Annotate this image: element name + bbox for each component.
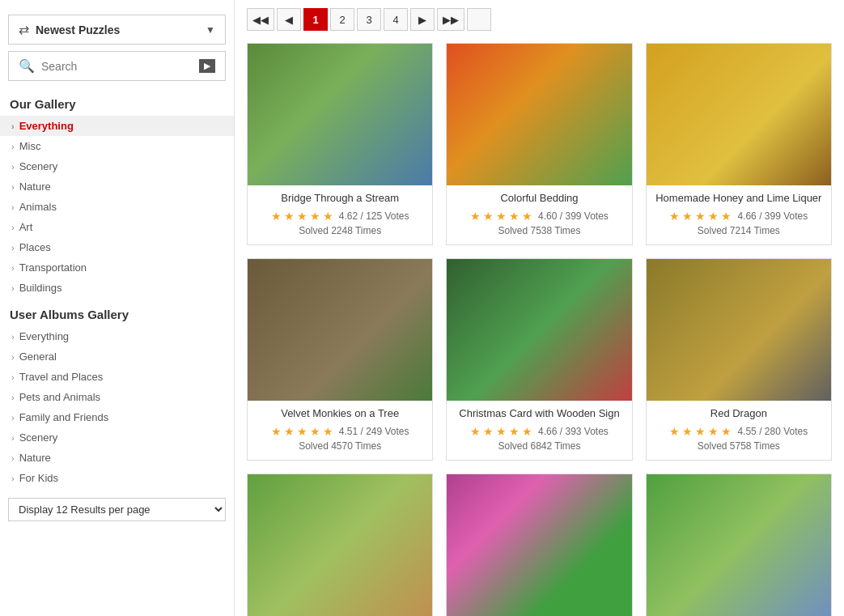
pagination-page-btn[interactable]: 3 [357,8,381,31]
puzzle-title[interactable]: Red Dragon [651,407,826,421]
puzzle-title[interactable]: Velvet Monkies on a Tree [252,407,427,421]
star-full-icon: ★ [271,425,282,438]
star-half-icon: ★ [323,425,333,438]
sidebar: ⇄ Newest Puzzles ▼ 🔍 ▶ Our Gallery ›Ever… [0,0,235,616]
puzzle-title[interactable]: Colorful Bedding [452,192,626,206]
puzzle-solved-count: Solved 5758 Times [647,440,831,452]
star-full-icon: ★ [297,425,307,438]
sort-icon: ⇄ [19,22,29,37]
puzzle-image[interactable] [447,474,631,616]
star-full-icon: ★ [470,210,481,223]
puzzle-title[interactable]: Bridge Through a Stream [252,192,427,206]
star-half-icon: ★ [522,210,532,223]
rating-text: 4.51 / 249 Votes [339,426,409,437]
pagination-page-btn[interactable]: 1 [303,8,328,31]
pagination: ◀◀◀1234▶▶▶ [243,0,836,39]
sidebar-item-buildings[interactable]: ›Buildings [0,278,234,298]
main-content: ◀◀◀1234▶▶▶ Bridge Through a Stream★★★★★4… [235,0,844,616]
puzzle-image[interactable] [647,44,831,185]
puzzle-card: Homemade Honey and Lime Liquer★★★★★4.66 … [646,43,832,245]
nav-arrow-icon: › [11,393,15,402]
nav-arrow-icon: › [11,283,15,293]
user-gallery-nav: ›Everything›General›Travel and Places›Pe… [0,326,234,488]
puzzle-card: Swedish Garden [646,474,832,616]
display-select[interactable]: Display 12 Results per pageDisplay 24 Re… [8,498,226,521]
nav-item-label: Scenery [19,431,58,444]
user-sidebar-item-travel-and-places[interactable]: ›Travel and Places [0,367,234,387]
puzzle-image[interactable] [647,474,831,616]
search-go-button[interactable]: ▶ [199,59,215,73]
star-half-icon: ★ [522,425,532,438]
sidebar-item-animals[interactable]: ›Animals [0,197,234,217]
star-full-icon: ★ [470,425,481,438]
puzzle-image[interactable] [248,474,432,616]
user-sidebar-item-scenery[interactable]: ›Scenery [0,427,234,448]
search-input[interactable] [41,60,199,73]
user-sidebar-item-family-and-friends[interactable]: ›Family and Friends [0,407,234,427]
puzzle-rating: ★★★★★4.55 / 280 Votes [647,425,831,438]
puzzle-grid: Bridge Through a Stream★★★★★4.62 / 125 V… [243,39,836,616]
star-full-icon: ★ [708,210,719,223]
nav-item-label: Places [19,241,51,253]
puzzle-image[interactable] [447,44,631,185]
puzzle-image[interactable] [447,259,631,401]
pagination-nav-btn[interactable]: ▶ [410,8,435,31]
star-full-icon: ★ [682,425,693,438]
pagination-nav-btn[interactable]: ▶▶ [437,8,464,31]
puzzle-solved-count: Solved 4570 Times [248,440,432,452]
puzzle-rating: ★★★★★4.62 / 125 Votes [248,210,432,223]
search-box: 🔍 ▶ [8,51,226,81]
user-sidebar-item-everything[interactable]: ›Everything [0,326,234,346]
nav-arrow-icon: › [11,352,15,362]
user-sidebar-item-for-kids[interactable]: ›For Kids [0,468,234,488]
star-half-icon: ★ [721,210,732,223]
puzzle-solved-count: Solved 7538 Times [447,225,631,236]
nav-item-label: Family and Friends [19,411,109,423]
nav-item-label: Everything [19,120,74,132]
puzzle-image[interactable] [248,259,432,401]
nav-arrow-icon: › [11,142,15,151]
nav-arrow-icon: › [11,243,15,253]
pagination-page-btn[interactable]: 2 [330,8,354,31]
puzzle-rating: ★★★★★4.66 / 393 Votes [447,425,631,438]
user-sidebar-item-nature[interactable]: ›Nature [0,448,234,468]
puzzle-image[interactable] [647,259,831,401]
sidebar-item-misc[interactable]: ›Misc [0,136,234,156]
star-full-icon: ★ [483,210,494,223]
star-full-icon: ★ [669,425,680,438]
star-full-icon: ★ [310,210,320,223]
sidebar-item-scenery[interactable]: ›Scenery [0,156,234,176]
puzzle-card: Bridge Through a Stream★★★★★4.62 / 125 V… [247,43,433,245]
star-full-icon: ★ [297,210,307,223]
star-half-icon: ★ [323,210,333,223]
star-full-icon: ★ [669,210,680,223]
sort-dropdown[interactable]: ⇄ Newest Puzzles ▼ [8,15,226,45]
puzzle-title[interactable]: Homemade Honey and Lime Liquer [651,192,826,206]
nav-item-label: Transportation [19,261,87,274]
puzzle-card: Velvet Monkies on a Tree★★★★★4.51 / 249 … [247,258,433,461]
pagination-nav-btn[interactable]: ◀◀ [247,8,274,31]
nav-arrow-icon: › [11,372,15,382]
star-full-icon: ★ [284,425,295,438]
sidebar-item-art[interactable]: ›Art [0,217,234,237]
user-sidebar-item-pets-and-animals[interactable]: ›Pets and Animals [0,387,234,407]
pagination-blank [467,8,491,31]
puzzle-title[interactable]: Christmas Card with Wooden Sign [452,407,626,421]
puzzle-image[interactable] [248,44,432,185]
sidebar-item-everything[interactable]: ›Everything [0,116,234,136]
sidebar-item-places[interactable]: ›Places [0,237,234,257]
puzzle-card: Colorful Bedding★★★★★4.60 / 399 VotesSol… [446,43,632,245]
user-sidebar-item-general[interactable]: ›General [0,346,234,367]
puzzle-rating: ★★★★★4.66 / 399 Votes [647,210,831,223]
nav-arrow-icon: › [11,121,15,131]
pagination-nav-btn[interactable]: ◀ [277,8,301,31]
sidebar-item-nature[interactable]: ›Nature [0,176,234,197]
star-full-icon: ★ [695,425,706,438]
puzzle-card: Red Dragon★★★★★4.55 / 280 VotesSolved 57… [646,258,832,461]
our-gallery-title: Our Gallery [0,87,234,116]
nav-arrow-icon: › [11,332,15,342]
sidebar-item-transportation[interactable]: ›Transportation [0,257,234,278]
pagination-page-btn[interactable]: 4 [384,8,408,31]
star-full-icon: ★ [496,425,507,438]
puzzle-card: Butterfly Alights In Garden [446,474,632,616]
